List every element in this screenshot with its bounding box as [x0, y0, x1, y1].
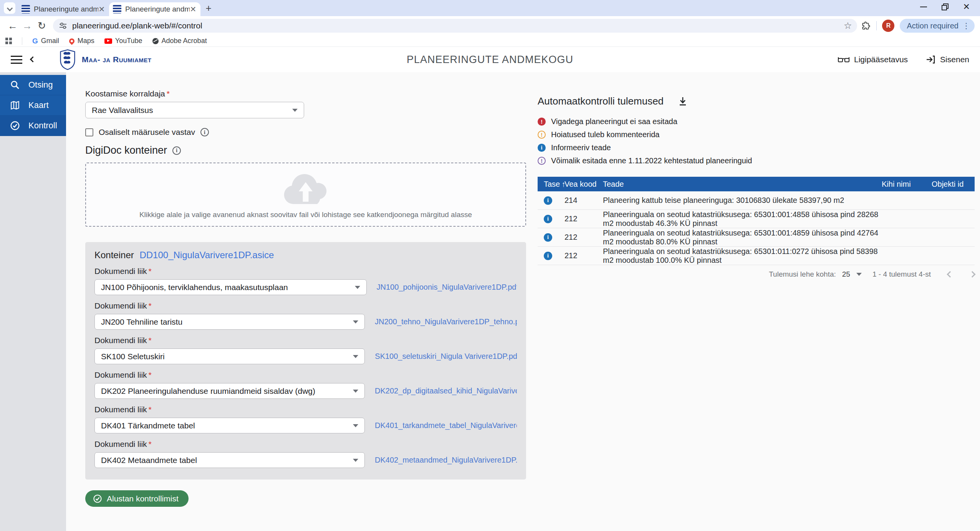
sidebar-item-kontroll[interactable]: Kontroll: [0, 116, 66, 136]
column-vea-kood[interactable]: Vea kood: [564, 180, 603, 189]
action-required-badge[interactable]: Action required ⋮: [900, 19, 975, 33]
document-file-link[interactable]: JN200_tehno_NigulaVarivere1DP_tehno.pdf: [375, 317, 517, 326]
document-type-select[interactable]: DK401 Tärkandmete tabel: [94, 418, 365, 433]
site-settings-icon[interactable]: [58, 21, 68, 30]
bookmark-youtube[interactable]: YouTube: [104, 37, 142, 45]
error-code: 214: [564, 196, 603, 205]
back-button[interactable]: ←: [5, 18, 20, 33]
next-page-button[interactable]: [969, 271, 976, 278]
chevron-down-icon: [7, 5, 13, 11]
legend-item-error: ! Vigadega planeeringut ei saa esitada: [538, 117, 975, 126]
per-page-label: Tulemusi lehe kohta:: [769, 270, 836, 279]
accessibility-button[interactable]: Ligipääsetavus: [838, 55, 908, 64]
document-type-select[interactable]: DK402 Metaandmete tabel: [94, 452, 365, 468]
document-file-link[interactable]: JN100_pohijoonis_NigulaVarivere1DP.pdf: [377, 283, 517, 292]
app-header: Maa- ja Ruumiamet PLANEERINGUTE ANDMEKOG…: [0, 47, 980, 72]
legend-label: Informeeriv teade: [551, 143, 611, 152]
toolbar-divider: [876, 21, 877, 30]
required-asterisk: *: [149, 301, 152, 310]
url-text[interactable]: planeeringud.ee/plank-web/#/control: [72, 21, 844, 30]
tab-close-icon[interactable]: ✕: [98, 6, 105, 13]
bookmark-label: Gmail: [41, 37, 59, 45]
document-file-link[interactable]: SK100_seletuskiri_Nigula Varivere1DP.pdf: [375, 352, 517, 361]
download-icon[interactable]: [678, 96, 687, 106]
file-dropzone[interactable]: Klikkige alale ja valige avanenud aknast…: [85, 163, 526, 227]
partial-compliance-checkbox[interactable]: [85, 128, 93, 136]
dropzone-hint: Klikkige alale ja valige avanenud aknast…: [86, 211, 525, 219]
tab-close-icon[interactable]: ✕: [190, 6, 197, 13]
apps-grid-icon[interactable]: [5, 38, 12, 44]
new-tab-button[interactable]: +: [203, 2, 214, 14]
sidebar-item-label: Kaart: [28, 100, 49, 110]
document-file-link[interactable]: DK202_dp_digitaalsed_kihid_NigulaVariver…: [375, 387, 517, 395]
window-minimize-button[interactable]: [920, 7, 927, 7]
agency-logo[interactable]: Maa- ja Ruumiamet: [59, 49, 151, 70]
organizer-select[interactable]: Rae Vallavalitsus: [85, 102, 304, 118]
accessibility-label: Ligipääsetavus: [854, 55, 908, 64]
browser-tab-inactive[interactable]: Planeeringute andmekogu Plan ✕: [18, 2, 109, 16]
document-type-select[interactable]: DK202 Planeeringulahenduse ruumiandmeid …: [94, 383, 365, 399]
forward-button[interactable]: →: [20, 18, 35, 33]
per-page-value[interactable]: 25: [842, 270, 850, 279]
chevron-down-icon: [353, 355, 358, 358]
info-icon: i: [544, 252, 552, 260]
error-icon: !: [538, 118, 546, 126]
required-asterisk: *: [149, 267, 152, 275]
search-icon: [10, 80, 20, 90]
bookmark-star-icon[interactable]: ☆: [844, 20, 852, 31]
chevron-down-icon: [353, 320, 358, 324]
document-file-link[interactable]: DK401_tarkandmete_tabel_NigulaVarivere1D…: [375, 421, 517, 430]
kebab-menu-icon[interactable]: ⋮: [962, 21, 970, 30]
table-row[interactable]: i 212 Planeeringuala on seotud katastriü…: [538, 210, 975, 228]
document-group: Dokumendi liik* JN200 Tehniline taristu …: [94, 301, 517, 330]
document-group: Dokumendi liik* DK401 Tärkandmete tabel …: [94, 405, 517, 433]
profile-avatar[interactable]: R: [882, 20, 894, 32]
extensions-puzzle-icon[interactable]: [861, 21, 871, 31]
info-icon: i: [544, 233, 552, 242]
previous-page-button[interactable]: [947, 271, 954, 278]
youtube-icon: [104, 38, 112, 44]
window-restore-button[interactable]: [942, 3, 949, 10]
address-bar[interactable]: planeeringud.ee/plank-web/#/control ☆: [53, 19, 857, 33]
bookmark-gmail[interactable]: GGmail: [32, 37, 59, 45]
column-objekti-id[interactable]: Objekti id: [932, 180, 975, 189]
check-circle-icon: [93, 494, 102, 503]
document-type-select[interactable]: SK100 Seletuskiri: [94, 348, 365, 364]
browser-tab-active[interactable]: Planeeringute andmekogu | Det ✕: [109, 2, 200, 16]
collapse-sidebar-button[interactable]: [31, 56, 35, 63]
table-row[interactable]: i 212 Planeeringuala on seotud katastriü…: [538, 247, 975, 265]
start-check-button[interactable]: Alustan kontrollimist: [85, 490, 189, 507]
document-file-link[interactable]: DK402_metaandmed_NigulaVarivere1DP.xlsx: [375, 456, 517, 465]
document-group: Dokumendi liik* DK202 Planeeringulahendu…: [94, 370, 517, 399]
organizer-label: Koostamise korraldaja*: [85, 89, 526, 98]
document-group: Dokumendi liik* SK100 Seletuskiri SK100_…: [94, 336, 517, 364]
sidebar-item-otsing[interactable]: Otsing: [0, 75, 66, 95]
bookmark-acrobat[interactable]: Adobe Acrobat: [152, 37, 207, 45]
reload-button[interactable]: ↻: [35, 18, 49, 33]
chevron-down-icon[interactable]: [856, 273, 862, 276]
login-button[interactable]: Sisenen: [925, 55, 969, 64]
estonian-coat-of-arms-icon: [59, 49, 76, 70]
info-icon[interactable]: i: [200, 128, 209, 136]
container-file-link[interactable]: DD100_NigulaVarivere1DP.asice: [139, 250, 274, 260]
bookmark-maps[interactable]: Maps: [69, 37, 94, 45]
column-tase[interactable]: Tase↑: [538, 180, 564, 189]
sidebar-item-kaart[interactable]: Kaart: [0, 95, 66, 116]
document-type-select[interactable]: JN200 Tehniline taristu: [94, 314, 365, 330]
window-close-button[interactable]: ✕: [963, 2, 970, 12]
column-teade[interactable]: Teade: [603, 180, 882, 189]
severity-legend: ! Vigadega planeeringut ei saa esitada !…: [538, 117, 975, 165]
sidebar-item-label: Kontroll: [28, 121, 57, 131]
document-type-select[interactable]: JN100 Põhijoonis, terviklahendus, maakas…: [94, 279, 367, 295]
table-row[interactable]: i 212 Planeeringuala on seotud katastriü…: [538, 228, 975, 247]
menu-hamburger-icon[interactable]: [11, 56, 22, 64]
tab-title: Planeeringute andmekogu Plan: [34, 5, 98, 13]
info-icon[interactable]: i: [172, 146, 181, 155]
required-asterisk: *: [149, 336, 152, 345]
legend-label: Vigadega planeeringut ei saa esitada: [551, 117, 677, 126]
tab-search-button[interactable]: [4, 2, 15, 14]
table-row[interactable]: i 214 Planeering kattub teise planeering…: [538, 191, 975, 210]
column-kihi-nimi[interactable]: Kihi nimi: [882, 180, 932, 189]
site-favicon: [22, 5, 30, 13]
table-header: Tase↑ Vea kood Teade Kihi nimi Objekti i…: [538, 177, 975, 191]
